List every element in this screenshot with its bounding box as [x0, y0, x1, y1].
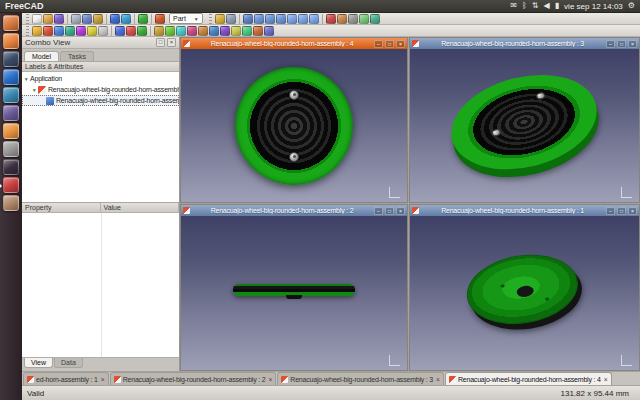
close-tab-icon[interactable]: × — [436, 376, 440, 383]
tab-model[interactable]: Model — [24, 51, 59, 61]
measure-clear-icon[interactable] — [348, 14, 358, 24]
launcher-libreoffice-impress-icon[interactable] — [3, 105, 19, 121]
view-bottom-icon[interactable] — [298, 14, 308, 24]
close-button[interactable]: × — [396, 207, 405, 215]
tree-root-application[interactable]: ▼ Application — [22, 73, 179, 84]
maximize-button[interactable]: □ — [385, 207, 394, 215]
part-torus-icon[interactable] — [76, 26, 86, 36]
viewport-4-titlebar[interactable]: Renacuajo-wheel-big-rounded-horn-assembl… — [181, 38, 407, 49]
launcher-system-settings-icon[interactable] — [3, 141, 19, 157]
maximize-button[interactable]: □ — [617, 40, 626, 48]
part-cylinder-icon[interactable] — [43, 26, 53, 36]
3d-view-bottom-isometric[interactable] — [410, 216, 639, 370]
3d-view-top[interactable] — [181, 49, 407, 202]
window-tab-2[interactable]: Renacuajo-wheel-big-rounded-horn-assembl… — [110, 372, 277, 385]
minimize-button[interactable]: – — [606, 40, 615, 48]
boolean-union-icon[interactable] — [115, 26, 125, 36]
launcher-freecad-icon[interactable] — [3, 177, 19, 193]
screw-head[interactable] — [289, 152, 299, 162]
tab-data[interactable]: Data — [54, 358, 83, 368]
part-box-icon[interactable] — [32, 26, 42, 36]
wheel-model-top-view[interactable] — [235, 67, 353, 185]
launcher-ubuntu-software-center-icon[interactable] — [3, 123, 19, 139]
fillet-icon[interactable] — [187, 26, 197, 36]
thickness-icon[interactable] — [264, 26, 274, 36]
save-icon[interactable] — [54, 14, 64, 24]
part-primitives-icon[interactable] — [87, 26, 97, 36]
launcher-files-icon[interactable] — [3, 15, 19, 31]
launcher-gimp-icon[interactable] — [3, 195, 19, 211]
measure-linear-icon[interactable] — [326, 14, 336, 24]
loft-icon[interactable] — [209, 26, 219, 36]
fit-all-icon[interactable] — [215, 14, 225, 24]
combo-view-titlebar[interactable]: Combo View □ × — [22, 37, 179, 49]
viewport-2-titlebar[interactable]: Renacuajo-wheel-big-rounded-horn-assembl… — [181, 205, 407, 216]
launcher-libreoffice-calc-icon[interactable] — [3, 87, 19, 103]
close-tab-icon[interactable]: × — [101, 376, 105, 383]
expander-icon[interactable]: ▼ — [30, 87, 38, 93]
launcher-libreoffice-writer-icon[interactable] — [3, 69, 19, 85]
expander-icon[interactable]: ▼ — [22, 76, 30, 82]
workbench-icon[interactable] — [155, 14, 165, 24]
mirror-icon[interactable] — [176, 26, 186, 36]
3d-view-front[interactable] — [181, 216, 407, 370]
boolean-cut-icon[interactable] — [126, 26, 136, 36]
close-button[interactable]: × — [628, 207, 637, 215]
paste-icon[interactable] — [93, 14, 103, 24]
view-rear-icon[interactable] — [287, 14, 297, 24]
open-file-icon[interactable] — [43, 14, 53, 24]
view-front-icon[interactable] — [254, 14, 264, 24]
maximize-button[interactable]: □ — [385, 40, 394, 48]
volume-icon[interactable]: ◀ — [544, 0, 550, 12]
chamfer-icon[interactable] — [198, 26, 208, 36]
close-tab-icon[interactable]: × — [604, 376, 608, 383]
view-right-icon[interactable] — [276, 14, 286, 24]
viewport-1-titlebar[interactable]: Renacuajo-wheel-big-rounded-horn-assembl… — [410, 205, 639, 216]
clock-indicator[interactable]: vie sep 12 14:03 — [564, 2, 623, 11]
cut-icon[interactable] — [71, 14, 81, 24]
offset-icon[interactable] — [253, 26, 263, 36]
launcher-ubuntu-one-icon[interactable] — [3, 51, 19, 67]
dock-close-button[interactable]: × — [167, 38, 176, 47]
close-button[interactable]: × — [396, 40, 405, 48]
part-cone-icon[interactable] — [65, 26, 75, 36]
property-column-header[interactable]: Property — [22, 203, 101, 212]
window-tab-3[interactable]: Renacuajo-wheel-big-rounded-horn-assembl… — [277, 372, 444, 385]
property-table-body[interactable] — [22, 213, 179, 358]
close-button[interactable]: × — [628, 40, 637, 48]
viewport-3-titlebar[interactable]: Renacuajo-wheel-big-rounded-horn-assembl… — [410, 38, 639, 49]
minimize-button[interactable]: – — [374, 40, 383, 48]
measure-toggle-3d-icon[interactable] — [370, 14, 380, 24]
tree-item-assembly-final[interactable]: Renacuajo-wheel-big-rounded-horn-assembl… — [22, 95, 179, 106]
view-isometric-icon[interactable] — [243, 14, 253, 24]
value-column-header[interactable]: Value — [101, 203, 180, 212]
maximize-button[interactable]: □ — [617, 207, 626, 215]
battery-icon[interactable]: ▮ — [555, 0, 559, 12]
refresh-icon[interactable] — [138, 14, 148, 24]
undo-icon[interactable] — [110, 14, 120, 24]
measure-angular-icon[interactable] — [337, 14, 347, 24]
bluetooth-icon[interactable]: ᛒ — [522, 0, 527, 12]
tree-item-assembly[interactable]: ▼ Renacuajo-wheel-big-rounded-horn-assem… — [22, 84, 179, 95]
extrude-icon[interactable] — [154, 26, 164, 36]
wheel-model-bottom-view[interactable] — [461, 246, 587, 339]
tab-tasks[interactable]: Tasks — [60, 51, 94, 61]
wheel-model-front-view[interactable] — [233, 284, 355, 300]
tab-view[interactable]: View — [24, 358, 53, 368]
draw-style-icon[interactable] — [226, 14, 236, 24]
minimize-button[interactable]: – — [606, 207, 615, 215]
copy-icon[interactable] — [82, 14, 92, 24]
launcher-terminal-icon[interactable] — [3, 159, 19, 175]
new-document-icon[interactable] — [32, 14, 42, 24]
dock-float-button[interactable]: □ — [156, 38, 165, 47]
part-sphere-icon[interactable] — [54, 26, 64, 36]
window-tab-1[interactable]: ed-horn-assembly : 1 × — [23, 372, 109, 385]
messaging-menu-icon[interactable]: ✉ — [510, 0, 517, 12]
view-top-icon[interactable] — [265, 14, 275, 24]
redo-icon[interactable] — [121, 14, 131, 24]
workbench-selector[interactable]: Part ▼ — [169, 13, 203, 24]
network-icon[interactable]: ⇅ — [532, 0, 539, 12]
launcher-firefox-icon[interactable] — [3, 33, 19, 49]
minimize-button[interactable]: – — [374, 207, 383, 215]
revolve-icon[interactable] — [165, 26, 175, 36]
